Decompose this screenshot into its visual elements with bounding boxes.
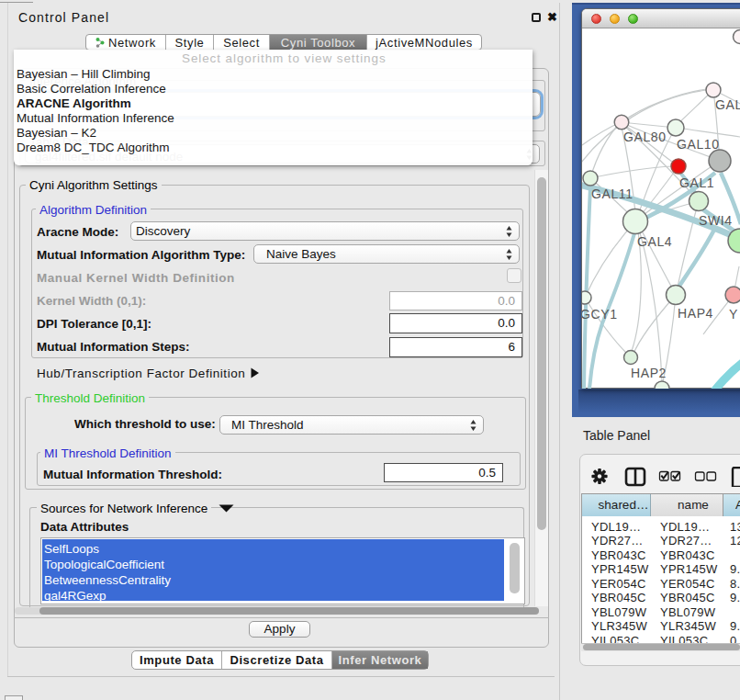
svg-text:GAL4: GAL4 (637, 234, 672, 249)
svg-text:SWI4: SWI4 (699, 213, 733, 228)
svg-text:GCY1: GCY1 (582, 307, 618, 322)
svg-text:GAL80: GAL80 (623, 130, 667, 144)
svg-text:Y: Y (729, 307, 738, 322)
svg-text:GAL: GAL (715, 97, 740, 112)
svg-text:HAP4: HAP4 (678, 306, 713, 321)
svg-text:GAL10: GAL10 (677, 137, 720, 152)
svg-text:GAL11: GAL11 (591, 186, 633, 201)
svg-text:GAL1: GAL1 (679, 175, 714, 190)
svg-text:HAP2: HAP2 (631, 366, 667, 380)
